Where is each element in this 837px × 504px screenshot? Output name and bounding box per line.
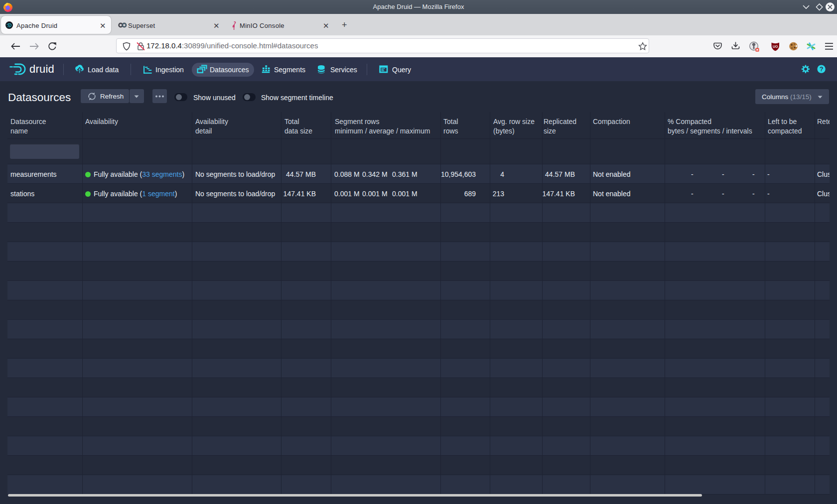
- svg-text:UO: UO: [773, 45, 778, 48]
- svg-text:?: ?: [820, 66, 824, 73]
